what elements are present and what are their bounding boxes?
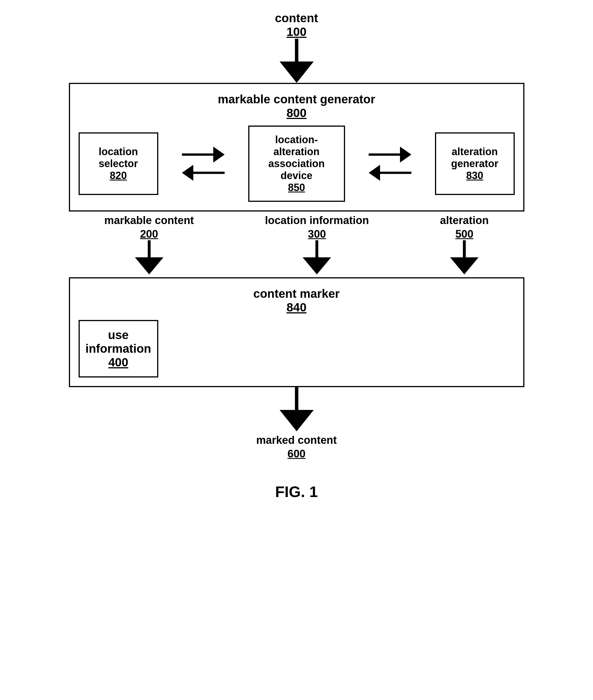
marked-content-number: 600 — [287, 448, 306, 460]
location-info-number: 300 — [308, 228, 326, 240]
content-arrow-section: content 100 — [275, 11, 318, 83]
content-marker-box: content marker 840 use information 400 — [69, 277, 524, 387]
diagram: content 100 markable content generator 8… — [69, 11, 524, 500]
markable-content-generator-label: markable content generator — [79, 92, 515, 106]
arrow-left-1 — [182, 165, 225, 181]
alteration-arrow-section: alteration 500 — [440, 214, 489, 275]
inner-boxes-row: location selector 820 loca — [79, 126, 515, 202]
alteration-generator-label: alteration generator — [445, 146, 505, 170]
marked-content-section: marked content 600 — [256, 387, 337, 460]
use-information-label: use information — [85, 328, 151, 356]
arrow-right-2 — [369, 147, 411, 163]
alteration-generator-box: alteration generator 830 — [435, 132, 515, 195]
location-selector-number: 820 — [110, 170, 127, 181]
use-information-number: 400 — [108, 356, 128, 369]
markable-content-generator-box: markable content generator 800 location … — [69, 83, 524, 211]
location-info-label: location information — [265, 214, 369, 227]
markable-content-number: 200 — [140, 228, 158, 240]
location-info-arrow — [303, 240, 331, 275]
alteration-arrow — [450, 240, 479, 275]
alteration-label: alteration — [440, 214, 489, 227]
location-alteration-label: location-alteration association device — [258, 134, 335, 181]
arrow-left-2 — [369, 165, 411, 181]
arrow-right-1 — [182, 147, 225, 163]
location-alteration-box: location-alteration association device 8… — [248, 126, 345, 202]
alteration-number: 500 — [455, 228, 473, 240]
bidir-arrow-left — [177, 147, 229, 181]
markable-content-arrow-section: markable content 200 — [104, 214, 194, 275]
figure-label: FIG. 1 — [275, 483, 318, 500]
markable-content-generator-number: 800 — [79, 106, 515, 120]
location-info-arrow-section: location information 300 — [265, 214, 369, 275]
markable-content-arrow — [135, 240, 163, 275]
alteration-generator-number: 830 — [466, 170, 483, 181]
content-number: 100 — [286, 25, 306, 39]
content-marker-label: content marker — [79, 287, 515, 301]
marked-content-label: marked content — [256, 434, 337, 446]
location-alteration-number: 850 — [288, 181, 305, 194]
marked-content-arrow — [280, 387, 314, 431]
location-selector-label: location selector — [88, 146, 149, 170]
bidir-arrow-right — [364, 147, 416, 181]
three-arrows-row: markable content 200 location informatio… — [69, 211, 524, 277]
location-selector-box: location selector 820 — [79, 132, 158, 195]
markable-content-label: markable content — [104, 214, 194, 227]
content-marker-number: 840 — [79, 301, 515, 314]
use-information-box: use information 400 — [79, 320, 158, 377]
content-label: content — [275, 11, 318, 25]
content-arrow — [280, 39, 314, 83]
